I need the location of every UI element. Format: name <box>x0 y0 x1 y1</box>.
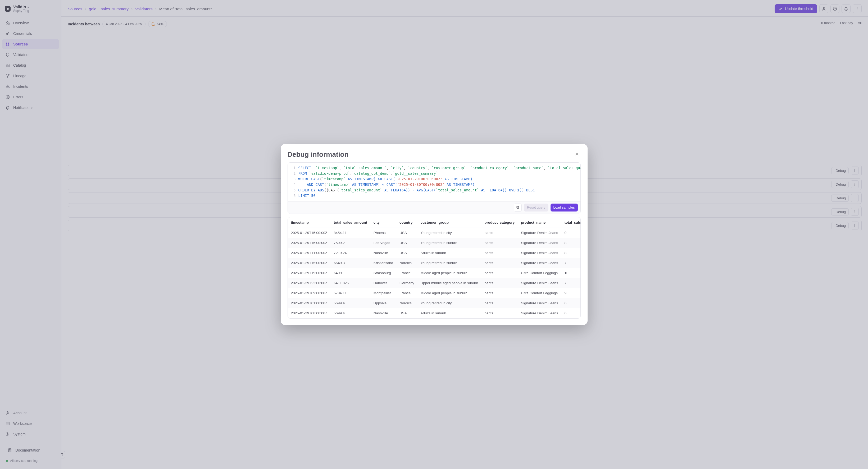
table-cell: Adults in suburb <box>417 248 481 258</box>
samples-table: timestamptotal_sales_amountcitycountrycu… <box>288 217 581 318</box>
table-cell: Signature Denim Jeans <box>518 278 561 288</box>
table-cell: Hanover <box>370 278 396 288</box>
copy-query-button[interactable] <box>514 204 522 211</box>
table-cell: pants <box>481 228 518 238</box>
table-cell: 5784.11 <box>331 288 370 298</box>
svg-rect-42 <box>517 206 519 208</box>
table-cell: Signature Denim Jeans <box>518 238 561 248</box>
table-cell: Strasbourg <box>370 268 396 278</box>
table-cell: 7219.24 <box>331 248 370 258</box>
table-cell: 6411.825 <box>331 278 370 288</box>
table-cell: 5699.4 <box>331 298 370 308</box>
sql-content: 1SELECT `timestamp`, `total_sales_amount… <box>288 163 581 201</box>
table-cell: 6649.3 <box>331 258 370 268</box>
table-cell: Signature Denim Jeans <box>518 298 561 308</box>
table-row[interactable]: 2025-01-29T08:00:00Z5699.4NashvilleUSAAd… <box>288 308 581 318</box>
table-cell: 2025-01-29T15:00:00Z <box>288 238 331 248</box>
table-cell: France <box>396 288 417 298</box>
table-cell: Young retired in suburb <box>417 258 481 268</box>
table-cell: 2025-01-29T01:00:00Z <box>288 298 331 308</box>
table-cell: 2025-01-29T22:00:00Z <box>288 278 331 288</box>
table-cell: Phoenix <box>370 228 396 238</box>
svg-rect-41 <box>517 207 519 209</box>
table-cell: Adults in suburb <box>417 308 481 318</box>
table-cell: 6499 <box>331 268 370 278</box>
column-header[interactable]: country <box>396 217 417 228</box>
table-cell: Signature Denim Jeans <box>518 258 561 268</box>
table-cell: Nordics <box>396 298 417 308</box>
table-cell: pants <box>481 278 518 288</box>
sql-actions: Reset query Load samples <box>288 201 581 213</box>
table-cell: USA <box>396 248 417 258</box>
table-cell: 7599.2 <box>331 238 370 248</box>
table-row[interactable]: 2025-01-29T15:00:00Z8454.11PhoenixUSAYou… <box>288 228 581 238</box>
table-cell: Signature Denim Jeans <box>518 248 561 258</box>
table-row[interactable]: 2025-01-29T11:00:00Z7219.24NashvilleUSAA… <box>288 248 581 258</box>
table-cell: Kristiansand <box>370 258 396 268</box>
table-cell: 6 <box>561 308 581 318</box>
table-row[interactable]: 2025-01-29T15:00:00Z6649.3KristiansandNo… <box>288 258 581 268</box>
table-cell: 10 <box>561 268 581 278</box>
table-cell: 2025-01-29T15:00:00Z <box>288 228 331 238</box>
debug-modal: Debug information 1SELECT `timestamp`, `… <box>281 144 588 325</box>
table-cell: Nordics <box>396 258 417 268</box>
table-cell: USA <box>396 228 417 238</box>
modal-title: Debug information <box>287 150 349 159</box>
column-header[interactable]: customer_group <box>417 217 481 228</box>
table-cell: pants <box>481 248 518 258</box>
table-cell: Young retired in city <box>417 298 481 308</box>
reset-query-button: Reset query <box>524 204 548 211</box>
table-cell: Young retired in city <box>417 228 481 238</box>
column-header[interactable]: product_category <box>481 217 518 228</box>
table-cell: France <box>396 268 417 278</box>
table-row[interactable]: 2025-01-29T01:00:00Z5699.4UppsalaNordics… <box>288 298 581 308</box>
table-cell: 2025-01-29T11:00:00Z <box>288 248 331 258</box>
table-cell: Nashville <box>370 308 396 318</box>
table-cell: Signature Denim Jeans <box>518 308 561 318</box>
table-cell: Young retired in suburb <box>417 238 481 248</box>
table-row[interactable]: 2025-01-29T22:00:00Z6411.825HanoverGerma… <box>288 278 581 288</box>
samples-table-scroll[interactable]: timestamptotal_sales_amountcitycountrycu… <box>288 217 581 318</box>
table-cell: Germany <box>396 278 417 288</box>
table-cell: 2025-01-29T19:00:00Z <box>288 268 331 278</box>
column-header[interactable]: city <box>370 217 396 228</box>
table-cell: Montpellier <box>370 288 396 298</box>
table-cell: USA <box>396 308 417 318</box>
column-header[interactable]: product_name <box>518 217 561 228</box>
table-cell: pants <box>481 238 518 248</box>
table-cell: Upper middle aged people in suburb <box>417 278 481 288</box>
table-cell: 7 <box>561 278 581 288</box>
table-cell: pants <box>481 268 518 278</box>
table-cell: Nashville <box>370 248 396 258</box>
samples-table-wrap: timestamptotal_sales_amountcitycountrycu… <box>287 217 581 319</box>
table-cell: 8 <box>561 248 581 258</box>
table-cell: 2025-01-29T15:00:00Z <box>288 258 331 268</box>
table-cell: 8 <box>561 238 581 248</box>
table-row[interactable]: 2025-01-29T19:00:00Z6499StrasbourgFrance… <box>288 268 581 278</box>
table-cell: Middle aged people in suburb <box>417 288 481 298</box>
column-header[interactable]: timestamp <box>288 217 331 228</box>
table-cell: pants <box>481 308 518 318</box>
sql-editor[interactable]: 1SELECT `timestamp`, `total_sales_amount… <box>287 162 581 214</box>
table-cell: pants <box>481 298 518 308</box>
table-cell: Uppsala <box>370 298 396 308</box>
table-cell: Las Vegas <box>370 238 396 248</box>
table-row[interactable]: 2025-01-29T15:00:00Z7599.2Las VegasUSAYo… <box>288 238 581 248</box>
table-cell: 5699.4 <box>331 308 370 318</box>
close-button[interactable] <box>573 150 581 158</box>
table-cell: Ultra Comfort Leggings <box>518 288 561 298</box>
table-cell: 2025-01-29T08:00:00Z <box>288 308 331 318</box>
table-cell: Ultra Comfort Leggings <box>518 268 561 278</box>
table-cell: 9 <box>561 288 581 298</box>
table-cell: 8454.11 <box>331 228 370 238</box>
table-cell: 2025-01-29T09:00:00Z <box>288 288 331 298</box>
modal-overlay[interactable]: Debug information 1SELECT `timestamp`, `… <box>0 0 868 469</box>
table-row[interactable]: 2025-01-29T09:00:00Z5784.11MontpellierFr… <box>288 288 581 298</box>
load-samples-button[interactable]: Load samples <box>551 204 578 211</box>
table-cell: pants <box>481 288 518 298</box>
table-cell: Middle aged people in suburb <box>417 268 481 278</box>
column-header[interactable]: total_sales_quantity <box>561 217 581 228</box>
column-header[interactable]: total_sales_amount <box>331 217 370 228</box>
table-cell: Signature Denim Jeans <box>518 228 561 238</box>
table-cell: pants <box>481 258 518 268</box>
